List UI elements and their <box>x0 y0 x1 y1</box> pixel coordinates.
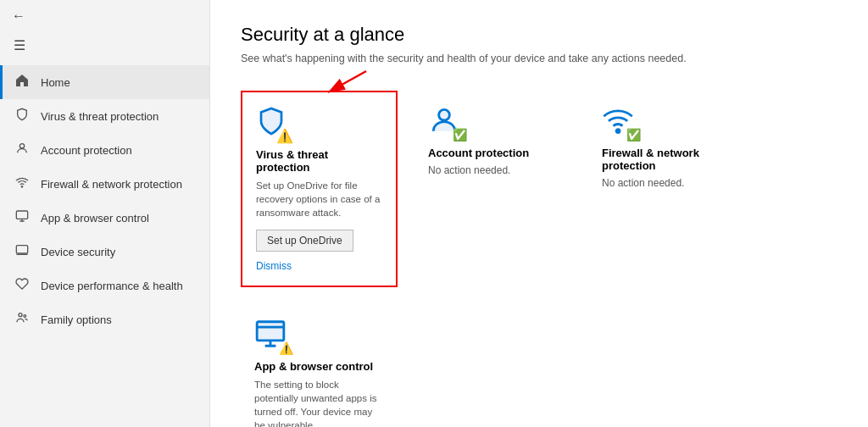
back-button[interactable]: ← <box>12 8 25 24</box>
main-content: Security at a glance See what's happenin… <box>210 0 868 427</box>
top-cards-row: ⚠️ Virus & threat protection Set up OneD… <box>241 91 837 427</box>
svg-point-6 <box>24 315 26 318</box>
browser-card-desc: The setting to block potentially unwante… <box>254 378 384 427</box>
svg-point-5 <box>19 313 22 317</box>
account-card-title: Account protection <box>428 147 558 159</box>
browser-card-icon: ⚠️ <box>254 318 292 355</box>
browser-card-title: App & browser control <box>254 360 384 373</box>
account-card[interactable]: ✅ Account protection No action needed. <box>415 91 571 287</box>
account-card-status: No action needed. <box>428 164 558 176</box>
virus-shield-icon: ⚠️ <box>256 106 293 143</box>
sidebar-item-account-label: Account protection <box>41 144 132 157</box>
account-ok-icon: ✅ <box>428 104 465 141</box>
browser-icon <box>14 209 31 226</box>
browser-warn-badge: ⚠️ <box>279 341 293 355</box>
svg-rect-11 <box>257 322 284 341</box>
sidebar-item-account[interactable]: Account protection <box>0 133 209 167</box>
sidebar-top: ← <box>0 0 209 32</box>
virus-dismiss-link[interactable]: Dismiss <box>256 260 382 272</box>
warning-badge: ⚠️ <box>276 130 293 143</box>
account-icon <box>14 141 31 158</box>
wifi-icon <box>14 175 31 192</box>
page-subtitle: See what's happening with the security a… <box>241 51 837 67</box>
firewall-icon: ✅ <box>602 104 639 141</box>
firewall-card-status: No action needed. <box>602 177 732 189</box>
svg-rect-2 <box>16 211 27 219</box>
browser-card[interactable]: ⚠️ App & browser control The setting to … <box>241 304 398 427</box>
sidebar-item-browser[interactable]: App & browser control <box>0 201 209 235</box>
firewall-ok-badge: ✅ <box>626 128 641 141</box>
ok-badge: ✅ <box>453 128 467 141</box>
hamburger-button[interactable]: ☰ <box>0 37 209 60</box>
virus-card-title: Virus & threat protection <box>256 148 382 174</box>
family-icon <box>14 311 31 328</box>
svg-point-1 <box>21 186 22 187</box>
sidebar-item-device-health[interactable]: Device performance & health <box>0 269 209 302</box>
sidebar-item-home[interactable]: Home <box>0 65 209 99</box>
sidebar-nav: Home Virus & threat protection Account p… <box>0 65 209 336</box>
sidebar-item-device-security-label: Device security <box>41 246 115 258</box>
sidebar-item-virus-label: Virus & threat protection <box>41 110 159 123</box>
svg-line-8 <box>328 71 366 92</box>
sidebar-item-family-label: Family options <box>41 313 112 326</box>
virus-card-action: Set up OneDrive <box>256 230 382 252</box>
page-title: Security at a glance <box>241 24 837 46</box>
virus-card-desc: Set up OneDrive for file recovery option… <box>256 179 382 219</box>
device-security-icon <box>14 243 31 260</box>
sidebar-item-home-label: Home <box>41 76 70 89</box>
sidebar-item-browser-label: App & browser control <box>41 212 149 225</box>
virus-card[interactable]: ⚠️ Virus & threat protection Set up OneD… <box>241 91 398 287</box>
setup-onedrive-button[interactable]: Set up OneDrive <box>256 230 353 252</box>
svg-rect-3 <box>16 246 27 253</box>
heart-icon <box>14 277 31 294</box>
home-icon <box>14 74 31 91</box>
firewall-card-title: Firewall & network protection <box>602 147 732 172</box>
sidebar-item-device-security[interactable]: Device security <box>0 235 209 269</box>
sidebar-item-virus[interactable]: Virus & threat protection <box>0 99 209 133</box>
sidebar: ← ☰ Home Virus & threat protection Accou… <box>0 0 210 427</box>
sidebar-item-firewall-label: Firewall & network protection <box>41 178 182 191</box>
firewall-card[interactable]: ✅ Firewall & network protection No actio… <box>588 91 745 287</box>
svg-point-10 <box>616 130 620 133</box>
svg-point-9 <box>439 109 450 120</box>
sidebar-item-family[interactable]: Family options <box>0 302 209 336</box>
sidebar-item-device-health-label: Device performance & health <box>41 280 183 292</box>
svg-point-0 <box>19 144 24 148</box>
shield-icon <box>14 108 31 125</box>
sidebar-item-firewall[interactable]: Firewall & network protection <box>0 167 209 201</box>
arrow-annotation <box>303 67 370 99</box>
